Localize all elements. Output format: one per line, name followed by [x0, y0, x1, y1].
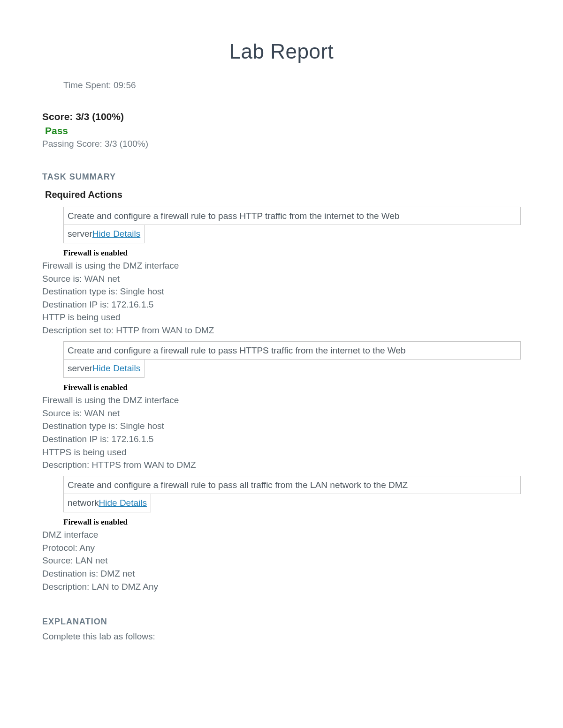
details-group: DMZ interface Protocol: Any Source: LAN … [42, 529, 521, 593]
details-group: Firewall is using the DMZ interface Sour… [42, 260, 521, 337]
hide-details-link[interactable]: Hide Details [99, 498, 147, 508]
action-item: Create and configure a firewall rule to … [63, 476, 521, 512]
action-item: Create and configure a firewall rule to … [63, 207, 521, 243]
detail-heading: Firewall is enabled [63, 383, 521, 393]
task-summary-header: TASK SUMMARY [42, 171, 521, 182]
detail-line: Firewall is using the DMZ interface [42, 260, 521, 272]
detail-line: Firewall is using the DMZ interface [42, 394, 521, 406]
action-description-top: Create and configure a firewall rule to … [63, 207, 521, 225]
action-description-top: Create and configure a firewall rule to … [63, 341, 521, 360]
explanation-header: EXPLANATION [42, 616, 521, 627]
hide-details-link[interactable]: Hide Details [92, 229, 140, 239]
detail-line: Description: LAN to DMZ Any [42, 581, 521, 593]
detail-line: Source is: WAN net [42, 407, 521, 420]
detail-line: Protocol: Any [42, 542, 521, 554]
action-item: Create and configure a firewall rule to … [63, 341, 521, 378]
detail-line: Source is: WAN net [42, 273, 521, 285]
explanation-body: Complete this lab as follows: [42, 630, 521, 643]
detail-line: Description set to: HTTP from WAN to DMZ [42, 324, 521, 337]
detail-heading: Firewall is enabled [63, 517, 521, 528]
detail-line: Source: LAN net [42, 555, 521, 567]
detail-line: Destination IP is: 172.16.1.5 [42, 433, 521, 445]
detail-line: Destination type is: Single host [42, 420, 521, 432]
detail-line: Destination is: DMZ net [42, 568, 521, 580]
page-title: Lab Report [42, 38, 521, 65]
action-description-top: Create and configure a firewall rule to … [63, 476, 521, 495]
action-description-prefix: server [68, 229, 92, 239]
detail-heading: Firewall is enabled [63, 248, 521, 259]
detail-line: DMZ interface [42, 529, 521, 541]
score-line: Score: 3/3 (100%) [42, 110, 521, 123]
pass-label: Pass [45, 124, 521, 137]
action-description-bottom: serverHide Details [63, 225, 145, 243]
action-description-prefix: network [68, 498, 99, 508]
action-description-prefix: server [68, 363, 92, 373]
passing-score: Passing Score: 3/3 (100%) [42, 138, 521, 150]
detail-line: Destination IP is: 172.16.1.5 [42, 299, 521, 311]
detail-line: Description: HTTPS from WAN to DMZ [42, 459, 521, 471]
time-spent: Time Spent: 09:56 [63, 79, 521, 91]
detail-line: HTTP is being used [42, 311, 521, 323]
action-description-bottom: serverHide Details [63, 360, 145, 378]
required-actions-header: Required Actions [45, 188, 521, 201]
details-group: Firewall is using the DMZ interface Sour… [42, 394, 521, 471]
action-description-bottom: networkHide Details [63, 494, 151, 512]
detail-line: Destination type is: Single host [42, 285, 521, 298]
detail-line: HTTPS is being used [42, 446, 521, 458]
hide-details-link[interactable]: Hide Details [92, 363, 140, 373]
